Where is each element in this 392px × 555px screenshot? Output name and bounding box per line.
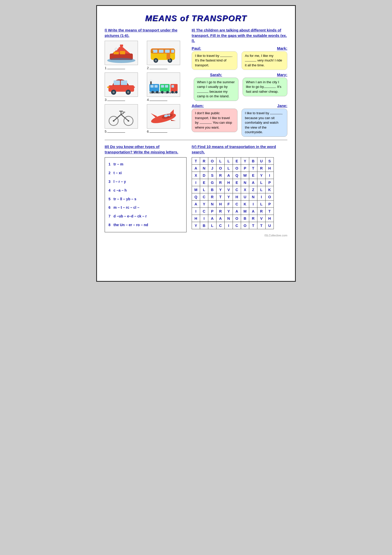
blank-adam[interactable]	[200, 123, 211, 124]
wordsearch-cell: R	[257, 208, 266, 215]
paul-bubble: I like to travel by . It's the fastest k…	[192, 51, 237, 70]
section3-item-5: 5 tr – ll – yb – s	[108, 195, 183, 204]
section3-item-1: 1 tr – m	[108, 160, 183, 169]
picture-label-2: 2	[147, 66, 167, 70]
svg-line-60	[121, 114, 128, 121]
svg-rect-32	[151, 92, 151, 94]
svg-point-20	[152, 51, 153, 51]
svg-rect-23	[114, 80, 120, 85]
wordsearch-cell: L	[225, 165, 233, 172]
svg-point-19	[151, 51, 152, 51]
section3-item-4: 4 c –a – h	[108, 186, 183, 195]
svg-rect-50	[171, 85, 174, 88]
wordsearch-cell: A	[233, 208, 241, 215]
jane-name: Jane:	[277, 103, 287, 108]
wordsearch-row: ANJOLOPTRH	[192, 165, 274, 172]
picture-box-1	[105, 41, 138, 65]
wordsearch-cell: L	[257, 186, 266, 193]
blank-jane[interactable]	[270, 114, 281, 114]
svg-rect-5	[120, 51, 125, 54]
svg-rect-40	[150, 85, 154, 88]
wordsearch-cell: A	[192, 165, 200, 172]
wordsearch-cell: L	[216, 158, 225, 165]
wordsearch-cell: P	[266, 179, 274, 186]
wordsearch-cell: N	[208, 201, 216, 208]
wordsearch-cell: I	[200, 215, 208, 222]
svg-rect-45	[161, 85, 164, 88]
bottom-section: III) Do you know other types of transpor…	[105, 144, 287, 232]
blank-3[interactable]	[107, 101, 125, 101]
wordsearch-cell: I	[257, 193, 266, 201]
paul-name: Paul:	[192, 46, 237, 50]
wordsearch-cell: I	[266, 172, 274, 179]
svg-rect-30	[132, 87, 135, 88]
wordsearch-cell: M	[241, 208, 249, 215]
wordsearch-cell: H	[225, 179, 233, 186]
svg-point-48	[166, 91, 169, 93]
blank-mary[interactable]	[264, 88, 275, 88]
svg-rect-4	[114, 52, 119, 54]
picture-box-5	[105, 104, 138, 129]
wordsearch-row: YBLCICOTTU	[192, 222, 274, 229]
wordsearch-cell: O	[216, 165, 225, 172]
section3-item-6: 6 m – t – rc – cl –	[108, 203, 183, 212]
wordsearch-cell: P	[241, 165, 249, 172]
section3-box: 1 tr – m 2 t – xi 3 l – r – y 4 c –a – h…	[105, 157, 187, 232]
picture-cell-4: 4	[147, 72, 187, 102]
picture-cell-2: 2	[147, 41, 187, 70]
wordsearch-cell: P	[208, 208, 216, 215]
blank-mark[interactable]	[245, 61, 256, 61]
wordsearch-cell: L	[225, 158, 233, 165]
svg-point-54	[149, 79, 153, 81]
blank-5[interactable]	[107, 132, 125, 133]
wordsearch-cell: I	[225, 222, 233, 229]
wordsearch-cell: K	[241, 201, 249, 208]
wordsearch-cell: R	[257, 165, 266, 172]
blank-6[interactable]	[149, 132, 167, 133]
adam-jane-row: Adam: I don't like public transport. I l…	[192, 103, 287, 137]
wordsearch-cell: R	[216, 208, 225, 215]
wordsearch-row: XDSRAQWEYI	[192, 172, 274, 179]
svg-rect-12	[165, 50, 170, 53]
wordsearch-cell: A	[249, 179, 257, 186]
wordsearch-cell: D	[200, 172, 208, 179]
wordsearch-cell: A	[216, 215, 225, 222]
wordsearch-cell: H	[266, 165, 274, 172]
picture-box-3	[105, 72, 138, 97]
mary-bubble: When I am in the city I like to go by. I…	[243, 78, 287, 96]
wordsearch-cell: J	[208, 165, 216, 172]
wordsearch-cell: B	[249, 158, 257, 165]
paul-mark-row: Paul: I like to travel by . It's the fas…	[192, 46, 287, 70]
wordsearch-cell: X	[241, 186, 249, 193]
wordsearch-cell: Y	[257, 172, 266, 179]
blank-paul[interactable]	[220, 57, 232, 57]
wordsearch-cell: H	[216, 201, 225, 208]
wordsearch-row: ICPRYAMART	[192, 208, 274, 215]
wordsearch-cell: B	[200, 222, 208, 229]
mary-name: Mary:	[277, 72, 287, 77]
wordsearch-cell: R	[216, 172, 225, 179]
wordsearch-cell: U	[266, 222, 274, 229]
svg-point-6	[115, 48, 117, 50]
wordsearch-cell: O	[233, 165, 241, 172]
section3-item-8: 8 the Un – er – ro – nd	[108, 221, 183, 229]
svg-point-15	[155, 59, 157, 61]
wordsearch-row: MLBYVCXZLK	[192, 186, 274, 193]
wordsearch-cell: I	[249, 201, 257, 208]
wordsearch-cell: Y	[216, 186, 225, 193]
svg-point-26	[113, 91, 115, 93]
blank-4[interactable]	[149, 101, 167, 101]
wordsearch-cell: R	[200, 158, 208, 165]
wordsearch-cell: O	[241, 222, 249, 229]
wordsearch-cell: O	[233, 215, 241, 222]
wordsearch-cell: C	[200, 193, 208, 201]
mark-group: Mark: As for me, I like my very much! I …	[242, 46, 287, 70]
wordsearch-cell: P	[266, 201, 274, 208]
picture-cell-1: 1	[105, 41, 144, 70]
blank-sarah[interactable]	[197, 92, 209, 93]
wordsearch-cell: A	[225, 172, 233, 179]
blank-2[interactable]	[149, 69, 167, 69]
wordsearch-cell: V	[225, 186, 233, 193]
blank-1[interactable]	[107, 69, 125, 69]
wordsearch-cell: U	[257, 158, 266, 165]
